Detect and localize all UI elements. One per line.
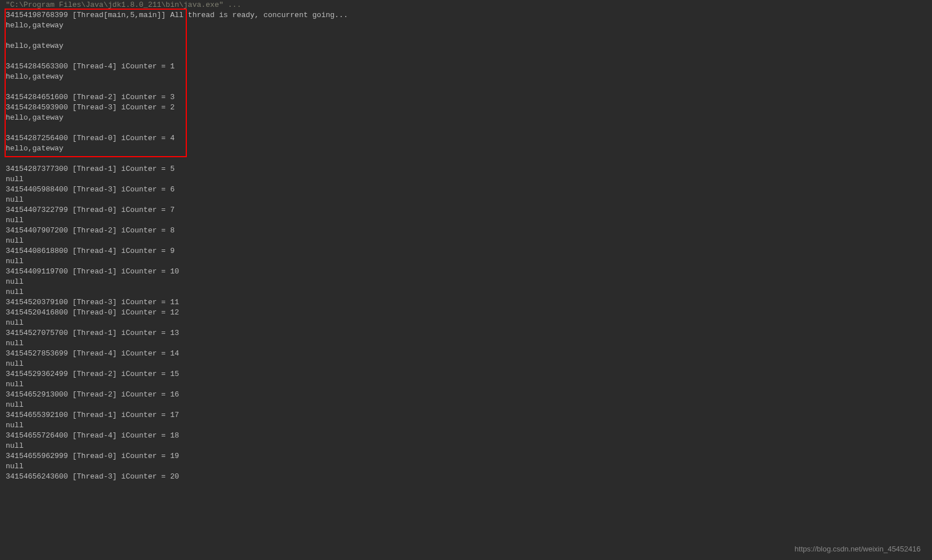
console-line: 34154284593900 [Thread-3] iCounter = 2 xyxy=(6,103,926,113)
console-line: null xyxy=(6,338,926,349)
console-line: 34154407907200 [Thread-2] iCounter = 8 xyxy=(6,226,926,236)
console-line: hello,gateway xyxy=(6,144,926,154)
console-line: null xyxy=(6,287,926,297)
console-line: null xyxy=(6,441,926,451)
console-line: null xyxy=(6,420,926,431)
console-line: null xyxy=(6,174,926,185)
console-line: null xyxy=(6,277,926,287)
console-line xyxy=(6,82,926,92)
watermark-text: https://blog.csdn.net/weixin_45452416 xyxy=(795,544,921,554)
console-line xyxy=(6,154,926,164)
console-line: 34154656243600 [Thread-3] iCounter = 20 xyxy=(6,472,926,482)
console-line: 34154520416800 [Thread-0] iCounter = 12 xyxy=(6,308,926,318)
console-line: 34154652913000 [Thread-2] iCounter = 16 xyxy=(6,390,926,400)
console-line: 34154198768399 [Thread[main,5,main]] All… xyxy=(6,10,926,21)
console-line: 34154529362499 [Thread-2] iCounter = 15 xyxy=(6,369,926,379)
console-line: hello,gateway xyxy=(6,72,926,82)
console-line: 34154527853699 [Thread-4] iCounter = 14 xyxy=(6,349,926,359)
console-line xyxy=(6,31,926,41)
console-line xyxy=(6,123,926,133)
console-line: null xyxy=(6,400,926,410)
console-line: hello,gateway xyxy=(6,113,926,123)
console-line: 34154655392100 [Thread-1] iCounter = 17 xyxy=(6,410,926,420)
console-header: "C:\Program Files\Java\jdk1.8.0_211\bin\… xyxy=(6,0,926,10)
console-line: 34154655962999 [Thread-0] iCounter = 19 xyxy=(6,451,926,461)
console-line: 34154520379100 [Thread-3] iCounter = 11 xyxy=(6,297,926,308)
console-line: 34154527075700 [Thread-1] iCounter = 13 xyxy=(6,328,926,338)
console-line xyxy=(6,51,926,62)
console-line: 34154405988400 [Thread-3] iCounter = 6 xyxy=(6,185,926,195)
console-output: "C:\Program Files\Java\jdk1.8.0_211\bin\… xyxy=(0,0,932,482)
console-line: 34154409119700 [Thread-1] iCounter = 10 xyxy=(6,267,926,277)
console-line: null xyxy=(6,256,926,267)
console-lines-container: 34154198768399 [Thread[main,5,main]] All… xyxy=(6,10,926,482)
console-line: null xyxy=(6,215,926,226)
console-line: null xyxy=(6,236,926,246)
console-line: null xyxy=(6,195,926,205)
console-line: 34154407322799 [Thread-0] iCounter = 7 xyxy=(6,205,926,215)
console-line: null xyxy=(6,318,926,328)
console-line: null xyxy=(6,379,926,390)
console-line: null xyxy=(6,461,926,472)
console-line: 34154287256400 [Thread-0] iCounter = 4 xyxy=(6,133,926,144)
console-line: hello,gateway xyxy=(6,21,926,31)
console-line: 34154284563300 [Thread-4] iCounter = 1 xyxy=(6,62,926,72)
console-line: null xyxy=(6,359,926,369)
console-line: 34154287377300 [Thread-1] iCounter = 5 xyxy=(6,164,926,174)
console-line: 34154655726400 [Thread-4] iCounter = 18 xyxy=(6,431,926,441)
console-line: hello,gateway xyxy=(6,41,926,51)
console-line: 34154284651600 [Thread-2] iCounter = 3 xyxy=(6,92,926,103)
console-line: 34154408618800 [Thread-4] iCounter = 9 xyxy=(6,246,926,256)
